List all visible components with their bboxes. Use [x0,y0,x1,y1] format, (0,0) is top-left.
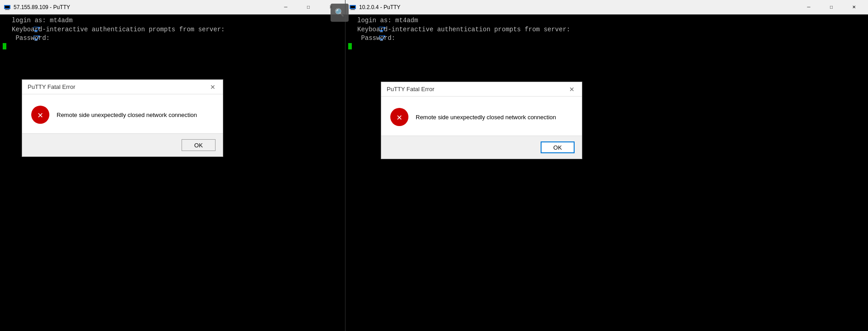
title-text-left: 57.155.89.109 - PuTTY [14,4,275,10]
terminal-line-2-left: Keyboard-interactive authentication prom… [3,25,342,34]
ok-button-right[interactable]: OK [541,141,575,153]
svg-rect-1 [5,6,10,8]
title-bar-right: 10.2.0.4 - PuTTY ─ □ ✕ [345,0,868,15]
terminal-line-1-text-right: login as: mt4adm [357,16,418,25]
svg-rect-19 [350,10,355,10]
terminal-line-3-left: Password: [3,34,342,43]
cursor-right [348,43,352,49]
dialog-title-text-left: PuTTY Fatal Error [28,83,208,90]
window-controls-right: ─ □ ✕ [798,0,864,15]
minimize-button-right[interactable]: ─ [798,0,819,15]
terminal-line-4-right [348,43,865,49]
title-bar-left: 57.155.89.109 - PuTTY ─ □ ✕ [0,0,345,15]
svg-rect-17 [350,6,355,8]
ok-button-left[interactable]: OK [182,139,216,151]
dialog-footer-right: OK [381,136,582,159]
dialog-footer-left: OK [22,133,223,156]
computer-icon-right [348,17,355,24]
dialog-title-bar-right: PuTTY Fatal Error ✕ [381,82,582,97]
error-icon-left [31,106,49,124]
computer-icon2-right [348,26,355,33]
dialog-body-right: Remote side unexpectedly closed network … [381,97,582,128]
terminal-line-2-right: Keyboard-interactive authentication prom… [348,25,865,34]
dialog-close-button-right[interactable]: ✕ [567,85,576,94]
fatal-error-dialog-left[interactable]: PuTTY Fatal Error ✕ Remote side unexpect… [22,79,223,157]
zoom-indicator: 🔍 [331,4,349,22]
dialog-close-button-left[interactable]: ✕ [208,83,217,92]
terminal-content-right: login as: mt4adm Keyboard-interactive au… [345,15,868,51]
putty-window-right[interactable]: 10.2.0.4 - PuTTY ─ □ ✕ login as: mt4adm [345,0,868,331]
computer-icon-left [3,17,10,24]
terminal-line-2-text-left: Keyboard-interactive authentication prom… [12,25,225,34]
zoom-icon: 🔍 [335,8,345,18]
terminal-line-2-text-right: Keyboard-interactive authentication prom… [357,25,570,34]
dialog-body-left: Remote side unexpectedly closed network … [22,94,223,126]
putty-icon-left [4,4,11,11]
computer-icon2-left [3,26,10,33]
minimize-button-left[interactable]: ─ [275,0,296,15]
terminal-content-left: login as: mt4adm Keyboard-interactive au… [0,15,345,51]
putty-window-left[interactable]: 57.155.89.109 - PuTTY ─ □ ✕ login as: mt… [0,0,345,331]
cursor-left [3,43,6,49]
terminal-line-3-right: Password: [348,34,865,43]
title-text-right: 10.2.0.4 - PuTTY [359,4,798,10]
maximize-button-right[interactable]: □ [821,0,842,15]
close-button-right[interactable]: ✕ [844,0,864,15]
terminal-line-4-left [3,43,342,49]
terminal-line-1-right: login as: mt4adm [348,16,865,25]
fatal-error-dialog-right[interactable]: PuTTY Fatal Error ✕ Remote side unexpect… [381,82,582,159]
putty-icon-right [349,4,356,11]
dialog-title-text-right: PuTTY Fatal Error [387,86,567,92]
terminal-line-1-text-left: login as: mt4adm [12,16,72,25]
terminal-line-3-text-left: Password: [12,34,50,43]
error-icon-right [390,108,408,126]
terminal-line-3-text-right: Password: [357,34,395,43]
maximize-button-left[interactable]: □ [298,0,319,15]
dialog-title-bar-left: PuTTY Fatal Error ✕ [22,80,223,94]
terminal-line-1-left: login as: mt4adm [3,16,342,25]
svg-rect-3 [5,10,10,10]
dialog-message-right: Remote side unexpectedly closed network … [416,114,556,121]
dialog-message-left: Remote side unexpectedly closed network … [57,112,197,118]
